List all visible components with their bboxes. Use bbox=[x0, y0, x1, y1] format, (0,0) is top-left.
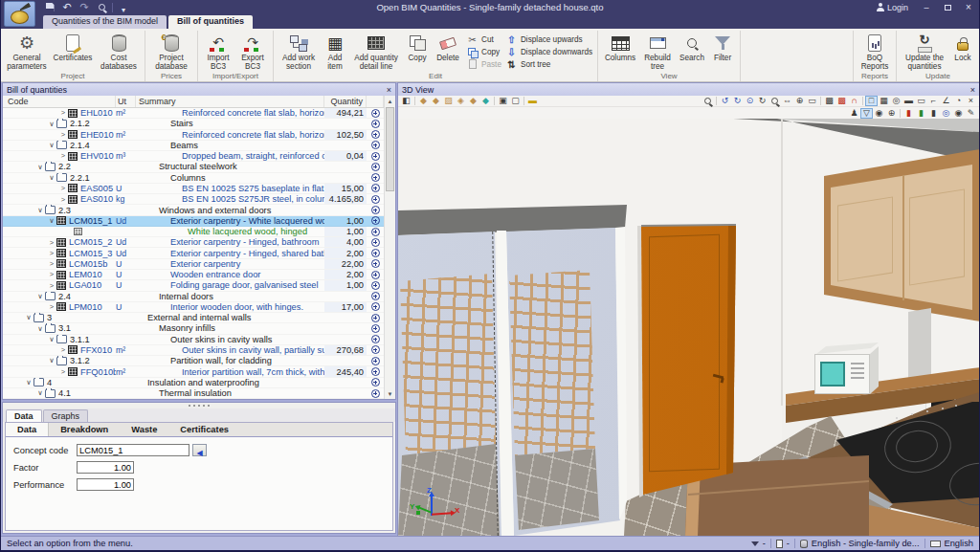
tree-chevron-icon[interactable] bbox=[35, 325, 45, 333]
tree-chevron-icon[interactable] bbox=[47, 121, 56, 128]
table-row[interactable]: 3.1 Masonry infills bbox=[3, 323, 384, 334]
table-row[interactable]: 4.1 Thermal insulation bbox=[3, 388, 384, 399]
add-detail-button[interactable] bbox=[367, 366, 384, 376]
table-row[interactable]: EHV010 m³ Dropped beam, straight, reinfo… bbox=[3, 151, 384, 162]
project-database-button[interactable]: Project database bbox=[148, 32, 194, 71]
zoom-window-icon[interactable] bbox=[768, 96, 781, 106]
globe-icon[interactable]: ◎ bbox=[940, 108, 952, 119]
table-row[interactable]: LGA010 U Folding garage door, galvanised… bbox=[3, 280, 384, 291]
displace-downwards-button[interactable]: Displace downwards bbox=[505, 46, 592, 57]
tree-chevron-icon[interactable] bbox=[47, 282, 56, 290]
add-detail-button[interactable] bbox=[367, 227, 384, 236]
tree-chevron-icon[interactable] bbox=[35, 164, 45, 171]
subtab-data[interactable]: Data bbox=[6, 423, 49, 436]
magnet-snap-icon[interactable]: ∩ bbox=[848, 96, 860, 106]
tab-quantities-bim-model[interactable]: Quantities of the BIM model bbox=[43, 15, 167, 29]
column-summary[interactable]: Summary bbox=[136, 96, 324, 107]
tree-chevron-icon[interactable] bbox=[58, 185, 68, 192]
add-detail-button[interactable] bbox=[367, 130, 384, 140]
refresh-view-icon[interactable]: ↻ bbox=[756, 96, 768, 106]
angle-measure-icon[interactable]: ∠ bbox=[940, 96, 952, 106]
customize-toolbar-button[interactable] bbox=[117, 2, 130, 13]
hide-elements-icon[interactable]: ◉ bbox=[952, 108, 965, 119]
column-code[interactable]: Code bbox=[3, 96, 116, 107]
redo-button[interactable] bbox=[78, 2, 91, 13]
add-quantity-detail-line-button[interactable]: Add quantity detail line bbox=[349, 32, 403, 71]
pan-icon[interactable]: ⇔ bbox=[781, 96, 793, 106]
close-button[interactable] bbox=[958, 0, 979, 14]
scroll-down-icon[interactable] bbox=[385, 388, 395, 399]
app-logo-icon[interactable] bbox=[4, 1, 35, 27]
add-detail-button[interactable] bbox=[367, 173, 384, 183]
texture-color-icon[interactable]: ▩ bbox=[835, 96, 848, 106]
cost-databases-button[interactable]: Cost databases bbox=[96, 32, 142, 71]
delete-button[interactable]: Delete bbox=[432, 32, 464, 62]
zoom-search-icon[interactable] bbox=[702, 96, 714, 106]
add-detail-button[interactable] bbox=[367, 270, 384, 279]
orbit-right-icon[interactable]: ↻ bbox=[731, 96, 744, 106]
tree-chevron-icon[interactable] bbox=[47, 260, 56, 268]
table-row[interactable]: 4 Insulation and waterproofing bbox=[3, 378, 384, 388]
tree-chevron-icon[interactable] bbox=[47, 336, 56, 343]
paste-button[interactable]: Paste bbox=[466, 58, 501, 70]
filter-button[interactable]: Filter bbox=[708, 32, 737, 62]
add-detail-button[interactable] bbox=[367, 388, 384, 398]
add-detail-button[interactable] bbox=[367, 108, 384, 118]
scene-report-icon[interactable]: ▢ bbox=[509, 96, 522, 106]
table-row[interactable]: EHL010 m² Reinforced concrete flat slab,… bbox=[3, 108, 384, 119]
undo-button[interactable] bbox=[60, 2, 74, 13]
table-row[interactable]: 2.4 Internal doors bbox=[3, 292, 384, 302]
add-item-button[interactable]: Add item bbox=[321, 32, 349, 71]
boq-reports-button[interactable]: BoQ Reports bbox=[857, 32, 893, 71]
tree-chevron-icon[interactable] bbox=[47, 271, 56, 278]
tab-graphs[interactable]: Graphs bbox=[43, 409, 89, 422]
close-3d-panel-button[interactable] bbox=[970, 85, 975, 95]
performance-input[interactable] bbox=[77, 478, 134, 491]
tab-bill-of-quantities[interactable]: Bill of quantities bbox=[168, 15, 253, 29]
add-detail-button[interactable] bbox=[367, 378, 384, 387]
add-detail-button[interactable] bbox=[367, 280, 384, 290]
general-parameters-button[interactable]: General parameters bbox=[4, 32, 50, 71]
close-panel-button[interactable] bbox=[387, 85, 391, 95]
table-row[interactable]: 2.3 Windows and external doors bbox=[3, 205, 384, 215]
paint-area-icon[interactable]: ▨ bbox=[442, 96, 455, 106]
table-row[interactable]: LCM015_3 Ud Exterior carpentry - Hinged,… bbox=[3, 248, 384, 258]
column-quantity[interactable]: Quantity bbox=[324, 96, 367, 107]
table-row[interactable]: 3.1.1 Outer skins in cavity walls bbox=[3, 335, 384, 345]
table-row[interactable]: 3.1.2 Partition wall, for cladding bbox=[3, 356, 384, 366]
add-detail-button[interactable] bbox=[367, 335, 384, 344]
layer-green-icon[interactable]: ▮ bbox=[915, 108, 927, 119]
visibility-icon[interactable]: ◉ bbox=[873, 108, 885, 119]
move-mode-icon[interactable]: ⊕ bbox=[885, 108, 898, 119]
tree-chevron-icon[interactable] bbox=[47, 239, 56, 247]
section-tool-icon[interactable]: ▬ bbox=[526, 96, 539, 106]
save-button[interactable] bbox=[43, 2, 56, 13]
orbit-free-icon[interactable]: ⊙ bbox=[744, 96, 756, 106]
sort-tree-button[interactable]: Sort tree bbox=[505, 58, 592, 70]
table-row[interactable]: LCM015b U Exterior carpentry 22,00 bbox=[3, 259, 384, 270]
add-detail-button[interactable] bbox=[367, 162, 384, 171]
fullscreen-icon[interactable]: ▭ bbox=[806, 96, 818, 106]
table-row[interactable]: 2.1.4 Beams bbox=[3, 141, 384, 151]
paint-material-icon[interactable]: ◆ bbox=[479, 96, 492, 106]
copy-small-button[interactable]: Copy bbox=[466, 46, 501, 57]
login-button[interactable]: Login bbox=[869, 3, 916, 12]
factor-input[interactable] bbox=[77, 461, 134, 474]
paint-rotate-icon[interactable]: ◈ bbox=[455, 96, 467, 106]
add-detail-button[interactable] bbox=[367, 216, 384, 226]
document-status[interactable]: - bbox=[776, 539, 790, 548]
add-detail-button[interactable] bbox=[367, 184, 384, 193]
filter-status[interactable]: - bbox=[751, 539, 766, 548]
table-row[interactable]: 3 External and internal walls bbox=[3, 313, 384, 323]
tree-chevron-icon[interactable] bbox=[35, 389, 45, 397]
tree-chevron-icon[interactable] bbox=[24, 379, 33, 386]
table-row[interactable]: 2.2.1 Columns bbox=[3, 173, 384, 184]
import-bc3-button[interactable]: Import BC3 bbox=[201, 32, 235, 71]
columns-button[interactable]: Columns bbox=[601, 32, 639, 62]
tab-data[interactable]: Data bbox=[6, 409, 42, 422]
scrollbar-thumb[interactable] bbox=[386, 107, 394, 191]
save-scene-icon[interactable]: ▣ bbox=[497, 96, 509, 106]
measure-rect-icon[interactable]: ▭ bbox=[915, 96, 927, 106]
rebuild-tree-button[interactable]: Rebuild tree bbox=[639, 32, 676, 71]
table-row[interactable]: EHE010 m² Reinforced concrete flat slab,… bbox=[3, 130, 384, 141]
